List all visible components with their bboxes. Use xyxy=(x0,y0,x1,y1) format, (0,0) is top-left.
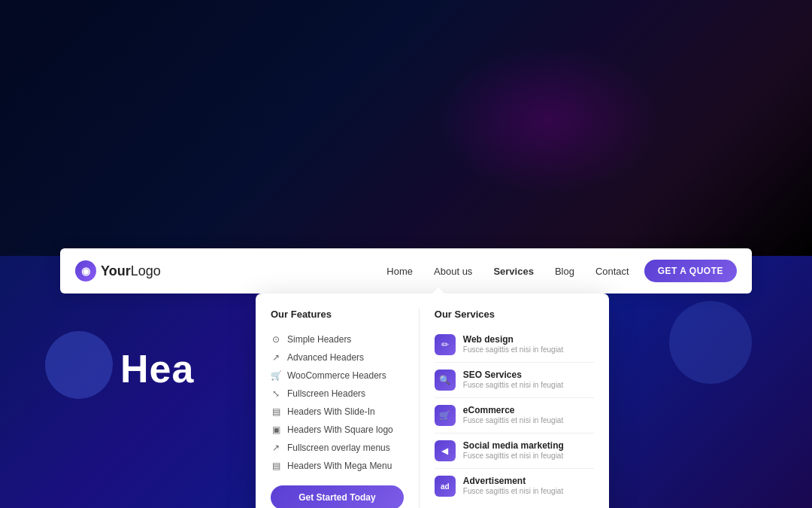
bg-top xyxy=(0,0,812,256)
mega-menu-dropdown: Our Features ⊙ Simple Headers ↗ Advanced… xyxy=(256,294,609,508)
feature-item-7[interactable]: ▤ Headers With Mega Menu xyxy=(271,457,404,475)
bg-glow xyxy=(436,45,662,196)
service-item-3[interactable]: ◀ Social media marketing Fusce sagittis … xyxy=(435,437,594,465)
dropdown-caret xyxy=(432,287,444,294)
feature-label-1: Advanced Headers xyxy=(287,352,364,363)
simple-headers-icon: ⊙ xyxy=(271,334,281,345)
slide-in-icon: ▤ xyxy=(271,406,281,417)
woocommerce-headers-icon: 🛒 xyxy=(271,370,281,381)
seo-desc: Fusce sagittis et nisi in feugiat xyxy=(463,381,594,389)
seo-name: SEO Services xyxy=(463,370,594,380)
web-design-icon: ✏ xyxy=(435,334,456,355)
feature-label-0: Simple Headers xyxy=(287,334,351,345)
feature-label-4: Headers With Slide-In xyxy=(287,406,375,417)
service-divider-0 xyxy=(435,362,594,363)
features-column: Our Features ⊙ Simple Headers ↗ Advanced… xyxy=(271,309,420,508)
service-item-1[interactable]: 🔍 SEO Services Fusce sagittis et nisi in… xyxy=(435,366,594,394)
feature-label-7: Headers With Mega Menu xyxy=(287,461,392,471)
get-started-button[interactable]: Get Started Today xyxy=(271,485,404,508)
web-design-desc: Fusce sagittis et nisi in feugiat xyxy=(463,345,594,354)
feature-item-4[interactable]: ▤ Headers With Slide-In xyxy=(271,403,404,421)
nav-link-home[interactable]: Home xyxy=(386,266,413,277)
advertisement-desc: Fusce sagittis et nisi in feugiat xyxy=(463,487,594,495)
square-logo-icon: ▣ xyxy=(271,424,281,435)
overlay-menus-icon: ↗ xyxy=(271,443,281,453)
social-media-name: Social media marketing xyxy=(463,440,594,451)
ecommerce-icon: 🛒 xyxy=(435,405,456,426)
feature-item-0[interactable]: ⊙ Simple Headers xyxy=(271,330,404,348)
navbar: ◉ YourLogo Home About us Services Blog C… xyxy=(60,248,752,294)
hero-blob-right xyxy=(669,301,752,384)
web-design-name: Web design xyxy=(463,334,594,345)
service-item-0[interactable]: ✏ Web design Fusce sagittis et nisi in f… xyxy=(435,330,594,359)
feature-label-2: WooCommerce Headers xyxy=(287,370,386,381)
feature-item-6[interactable]: ↗ Fullscreen overlay menus xyxy=(271,439,404,457)
nav-links: Home About us Services Blog Contact xyxy=(386,266,629,277)
advertisement-name: Advertisement xyxy=(463,476,594,486)
advertisement-info: Advertisement Fusce sagittis et nisi in … xyxy=(463,476,594,495)
service-divider-3 xyxy=(435,468,594,469)
advanced-headers-icon: ↗ xyxy=(271,352,281,363)
web-design-info: Web design Fusce sagittis et nisi in feu… xyxy=(463,334,594,354)
service-divider-2 xyxy=(435,433,594,433)
services-title: Our Services xyxy=(435,309,594,320)
hero-blob-left xyxy=(45,331,113,399)
service-item-4[interactable]: ad Advertisement Fusce sagittis et nisi … xyxy=(435,472,594,500)
logo-text: YourLogo xyxy=(101,263,161,279)
feature-item-3[interactable]: ⤡ Fullscreen Headers xyxy=(271,385,404,403)
nav-link-contact[interactable]: Contact xyxy=(595,266,629,277)
get-quote-button[interactable]: GET A QUOTE xyxy=(644,260,737,282)
ecommerce-name: eCommerce xyxy=(463,405,594,415)
services-column: Our Services ✏ Web design Fusce sagittis… xyxy=(435,309,594,508)
feature-item-1[interactable]: ↗ Advanced Headers xyxy=(271,348,404,367)
social-media-icon: ◀ xyxy=(435,440,456,461)
service-divider-1 xyxy=(435,397,594,398)
logo-icon: ◉ xyxy=(75,260,96,281)
seo-icon: 🔍 xyxy=(435,370,456,391)
social-media-info: Social media marketing Fusce sagittis et… xyxy=(463,440,594,460)
feature-item-2[interactable]: 🛒 WooCommerce Headers xyxy=(271,367,404,385)
feature-item-5[interactable]: ▣ Headers With Square logo xyxy=(271,421,404,439)
advertisement-icon: ad xyxy=(435,476,456,497)
feature-label-3: Fullscreen Headers xyxy=(287,388,365,399)
fullscreen-headers-icon: ⤡ xyxy=(271,388,281,399)
ecommerce-desc: Fusce sagittis et nisi in feugiat xyxy=(463,416,594,424)
mega-menu-icon: ▤ xyxy=(271,461,281,471)
service-item-2[interactable]: 🛒 eCommerce Fusce sagittis et nisi in fe… xyxy=(435,401,594,430)
social-media-desc: Fusce sagittis et nisi in feugiat xyxy=(463,452,594,460)
nav-link-about[interactable]: About us xyxy=(434,266,472,277)
seo-info: SEO Services Fusce sagittis et nisi in f… xyxy=(463,370,594,389)
ecommerce-info: eCommerce Fusce sagittis et nisi in feug… xyxy=(463,405,594,424)
hero-heading: Hea xyxy=(120,346,194,391)
features-title: Our Features xyxy=(271,309,404,320)
feature-label-6: Fullscreen overlay menus xyxy=(287,443,390,453)
feature-label-5: Headers With Square logo xyxy=(287,424,393,435)
nav-link-services[interactable]: Services xyxy=(493,266,534,277)
logo-area: ◉ YourLogo xyxy=(75,260,161,281)
nav-link-blog[interactable]: Blog xyxy=(555,266,574,277)
